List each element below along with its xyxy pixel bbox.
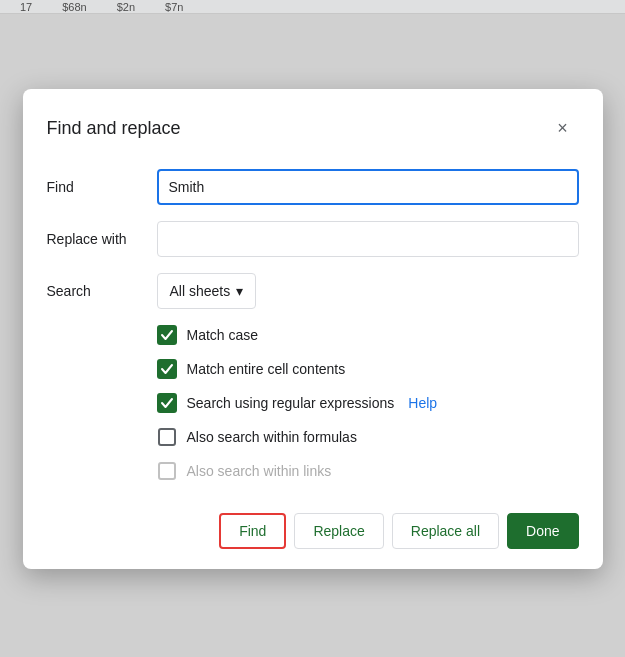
find-replace-dialog: Find and replace × Find Replace with Sea… bbox=[23, 89, 603, 569]
find-button[interactable]: Find bbox=[219, 513, 286, 549]
dialog-footer: Find Replace Replace all Done bbox=[47, 501, 579, 549]
formulas-label: Also search within formulas bbox=[187, 429, 357, 445]
search-scope-value: All sheets bbox=[170, 283, 231, 299]
match-case-checkbox[interactable] bbox=[157, 325, 177, 345]
regex-label: Search using regular expressions bbox=[187, 395, 395, 411]
find-input[interactable] bbox=[157, 169, 579, 205]
links-checkbox bbox=[157, 461, 177, 481]
close-button[interactable]: × bbox=[547, 113, 579, 145]
chevron-down-icon: ▾ bbox=[236, 283, 243, 299]
dialog-title: Find and replace bbox=[47, 118, 181, 139]
done-button[interactable]: Done bbox=[507, 513, 578, 549]
replace-input[interactable] bbox=[157, 221, 579, 257]
match-entire-label: Match entire cell contents bbox=[187, 361, 346, 377]
replace-label: Replace with bbox=[47, 231, 157, 247]
match-entire-checkbox[interactable] bbox=[157, 359, 177, 379]
help-link[interactable]: Help bbox=[408, 395, 437, 411]
find-label: Find bbox=[47, 179, 157, 195]
search-label: Search bbox=[47, 283, 157, 299]
links-row: Also search within links bbox=[157, 461, 579, 481]
checkboxes-section: Match case Match entire cell contents bbox=[157, 325, 579, 481]
links-label: Also search within links bbox=[187, 463, 332, 479]
formulas-checkbox[interactable] bbox=[157, 427, 177, 447]
match-entire-row: Match entire cell contents bbox=[157, 359, 579, 379]
replace-all-button[interactable]: Replace all bbox=[392, 513, 499, 549]
replace-row: Replace with bbox=[47, 221, 579, 257]
regex-checkbox[interactable] bbox=[157, 393, 177, 413]
dialog-header: Find and replace × bbox=[47, 113, 579, 145]
match-case-label: Match case bbox=[187, 327, 259, 343]
search-row: Search All sheets ▾ bbox=[47, 273, 579, 309]
regex-row: Search using regular expressions Help bbox=[157, 393, 579, 413]
search-scope-select[interactable]: All sheets ▾ bbox=[157, 273, 257, 309]
replace-button[interactable]: Replace bbox=[294, 513, 383, 549]
dialog-overlay: Find and replace × Find Replace with Sea… bbox=[0, 0, 625, 657]
formulas-row: Also search within formulas bbox=[157, 427, 579, 447]
match-case-row: Match case bbox=[157, 325, 579, 345]
find-row: Find bbox=[47, 169, 579, 205]
